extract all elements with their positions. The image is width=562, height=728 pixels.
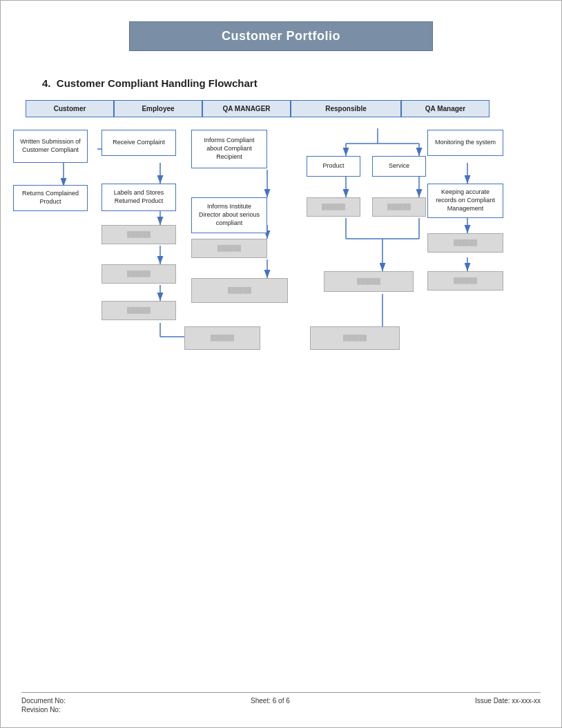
page-header: Customer Portfolio — [1, 1, 561, 58]
swimlane-header-qamanager2: QA Manager — [401, 100, 490, 117]
header-title: Customer Portfolio — [222, 29, 340, 43]
footer-center: Sheet: 6 of 6 — [251, 697, 290, 714]
box-responsible-blurred-2 — [372, 197, 426, 217]
box-qamanager2-blurred-2 — [427, 271, 503, 291]
swimlane-header-responsible: Responsible — [291, 100, 401, 117]
issue-date-label: Issue Date: xx-xxx-xx — [475, 697, 541, 705]
box-qa-blurred-1 — [191, 239, 267, 258]
box-informs-compliant: Informs Compliant about Compliant Recipi… — [191, 130, 267, 168]
box-product: Product — [307, 156, 360, 177]
footer-right: Issue Date: xx-xxx-xx — [475, 697, 541, 714]
box-labels-stores: Labels and Stores Returned Product — [101, 184, 176, 211]
box-keeping-accurate: Keeping accurate records on Compliant Ma… — [427, 184, 503, 218]
box-bottom-left — [184, 326, 260, 350]
swimlane-header-qamanager: QA MANAGER — [202, 100, 291, 117]
box-employee-blurred-2 — [101, 264, 176, 284]
box-informs-institute: Informs Institute Director about serious… — [191, 197, 267, 233]
flowchart-area: Customer Employee QA MANAGER Responsible… — [1, 100, 561, 371]
box-employee-blurred-3 — [101, 301, 176, 320]
page-footer: Document No: Revision No: Sheet: 6 of 6 … — [21, 692, 541, 714]
box-service: Service — [372, 156, 426, 177]
box-returns-complained: Returns Complained Product — [13, 185, 88, 211]
document-no-label: Document No: — [21, 697, 66, 705]
box-responsible-blurred-1 — [307, 197, 360, 217]
footer-left: Document No: Revision No: — [21, 697, 66, 714]
header-title-box: Customer Portfolio — [129, 21, 433, 51]
box-receive-complaint: Receive Complaint — [101, 130, 176, 156]
box-responsible-blurred-merged — [324, 271, 414, 292]
section-title: 4. Customer Compliant Handling Flowchart — [1, 58, 561, 100]
revision-no-label: Revision No: — [21, 706, 66, 714]
box-qa-blurred-2 — [191, 278, 288, 303]
swimlane-header-customer: Customer — [26, 100, 114, 117]
flowchart-body: Written Submission of Customer Compliant… — [13, 123, 549, 371]
box-written-submission: Written Submission of Customer Compliant — [13, 130, 88, 163]
box-monitoring: Monitoring the system — [427, 130, 503, 156]
box-bottom-right — [310, 326, 400, 350]
swimlane-headers: Customer Employee QA MANAGER Responsible… — [13, 100, 549, 117]
box-employee-blurred-1 — [101, 225, 176, 244]
box-qamanager2-blurred-1 — [427, 233, 503, 253]
swimlane-header-employee: Employee — [114, 100, 202, 117]
sheet-label: Sheet: 6 of 6 — [251, 697, 290, 705]
